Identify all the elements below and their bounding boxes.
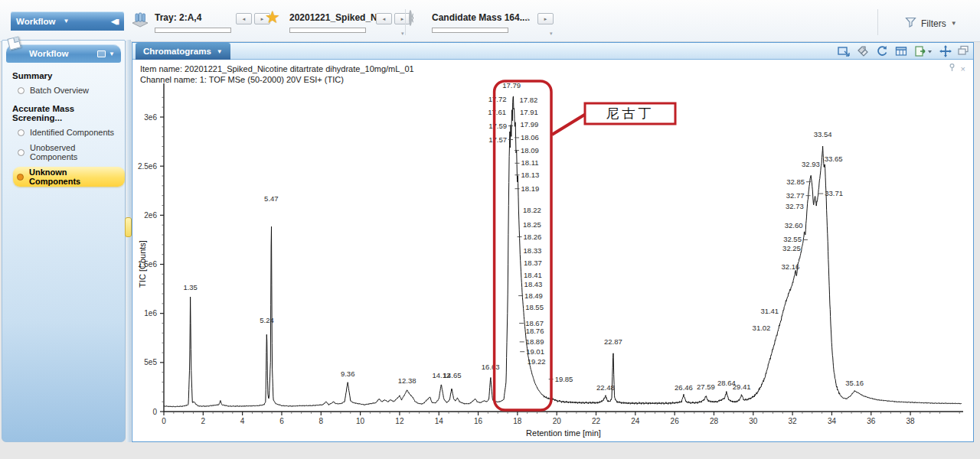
- table-icon[interactable]: [895, 45, 907, 57]
- svg-text:32: 32: [789, 417, 798, 425]
- peak-label: 14.65: [443, 371, 462, 379]
- peak-label: 32.25: [782, 244, 801, 252]
- export-icon[interactable]: [914, 45, 933, 57]
- chromatogram-info: Item name: 20201221_Spiked_Nicotine dita…: [140, 63, 414, 85]
- peak-label: 32.73: [786, 202, 804, 210]
- tab-tray-prev-button[interactable]: ◄: [236, 13, 252, 24]
- tab-candidate-prev-button[interactable]: ◄: [519, 13, 535, 24]
- workflow-panel-titlebar[interactable]: Workflow ▼ ◀▮: [11, 11, 124, 31]
- tags-icon[interactable]: [857, 45, 869, 57]
- tab-spiked-prev-button[interactable]: ◄: [376, 13, 392, 24]
- peak-label: 9.36: [341, 369, 355, 378]
- svg-text:10: 10: [356, 417, 365, 425]
- chart-toolbar: [838, 45, 952, 57]
- annotation-label-text: 尼古丁: [606, 106, 655, 121]
- undo-icon[interactable]: [876, 45, 888, 57]
- tab-candidate-mass[interactable]: Candidate Mass 164.... ◄ ► ▾: [407, 8, 560, 40]
- peak-label: 33.54: [814, 130, 832, 138]
- sidebar-section-summary: Summary: [12, 71, 125, 80]
- filters-divider: [877, 9, 878, 35]
- sidebar-splitter[interactable]: [126, 40, 131, 442]
- close-icon[interactable]: ×: [961, 64, 965, 73]
- peak-label: 12.38: [398, 376, 416, 385]
- panel-mini-controls: ×: [949, 63, 965, 73]
- pin-icon[interactable]: [949, 63, 956, 73]
- chevron-down-icon[interactable]: ▼: [64, 18, 70, 24]
- peak-label: 18.11: [521, 158, 538, 167]
- peak-label: 5.24: [260, 316, 274, 324]
- splitter-collapse-handle[interactable]: [125, 217, 132, 237]
- chevron-down-icon[interactable]: ▼: [109, 50, 115, 57]
- chevron-down-icon: ▼: [217, 48, 223, 55]
- peak-label: 18.33: [524, 246, 542, 255]
- workflow-page-icon: [7, 36, 21, 50]
- chevron-down-icon[interactable]: ▾: [550, 31, 553, 37]
- restore-window-icon[interactable]: [957, 45, 969, 56]
- radio-selected-icon: [17, 174, 24, 181]
- filters-button[interactable]: Filters ▼: [905, 17, 957, 30]
- peak-label: 22.48: [596, 383, 615, 392]
- sidebar-item-unobserved-components[interactable]: Unobserved Components: [16, 142, 125, 162]
- svg-text:38: 38: [906, 417, 916, 425]
- peak-label: 33.71: [825, 189, 843, 197]
- sidebar-item-unknown-components[interactable]: Unknown Components: [13, 167, 125, 187]
- peak-label: 17.91: [520, 108, 538, 116]
- svg-text:2: 2: [201, 417, 206, 425]
- peak-label: 32.16: [782, 262, 800, 271]
- svg-text:34: 34: [828, 417, 837, 425]
- peak-label: 17.72: [488, 95, 507, 103]
- svg-text:2.5e6: 2.5e6: [138, 162, 157, 171]
- peak-label: 5.47: [264, 194, 279, 203]
- tab-tray-progressbar: [155, 28, 231, 33]
- peak-label: 18.09: [521, 146, 539, 155]
- svg-text:1e6: 1e6: [144, 309, 157, 317]
- display-icon[interactable]: [97, 50, 106, 57]
- sidebar-item-batch-overview[interactable]: Batch Overview: [16, 85, 95, 96]
- svg-text:30: 30: [749, 417, 758, 425]
- pan-move-icon[interactable]: [939, 45, 952, 57]
- peak-label: 35.16: [845, 379, 864, 387]
- peak-label: 32.93: [802, 160, 820, 168]
- peak-label: 17.59: [488, 122, 507, 130]
- peak-label: 32.85: [786, 177, 805, 186]
- svg-text:2e6: 2e6: [144, 211, 157, 220]
- filters-label: Filters: [921, 18, 946, 29]
- tab-candidate-next-button[interactable]: ►: [537, 13, 554, 24]
- peak-label: 18.19: [521, 184, 539, 193]
- peak-label: 1.35: [183, 283, 198, 291]
- svg-text:28: 28: [710, 417, 719, 425]
- peak-label: 31.02: [753, 324, 771, 332]
- radio-icon: [18, 129, 24, 136]
- chromatogram-chart[interactable]: 05e51e61.5e62e62.5e63e602468101214161820…: [135, 60, 969, 441]
- chevron-down-icon[interactable]: ▾: [401, 31, 404, 37]
- peak-label: 32.77: [786, 191, 805, 200]
- peak-label: 32.55: [783, 235, 802, 243]
- peak-label: 17.99: [520, 120, 538, 129]
- svg-text:12: 12: [395, 417, 404, 425]
- peak-label: 27.59: [697, 382, 715, 391]
- sidebar-item-identified-components[interactable]: Identified Components: [16, 127, 120, 138]
- tab-spiked-nicotine[interactable]: ★ 20201221_Spiked_Ni... ◄ ► ▾: [265, 8, 404, 40]
- peak-label: 29.41: [733, 382, 751, 391]
- workflow-titlebar-label: Workflow: [16, 17, 56, 26]
- tab-spiked-label: 20201221_Spiked_Ni...: [289, 12, 387, 23]
- chromatograms-header: Chromatograms ▼: [132, 43, 973, 60]
- peak-label: 18.55: [525, 303, 544, 311]
- chromatograms-panel: Chromatograms ▼: [132, 42, 974, 442]
- tic-trace: [164, 96, 962, 407]
- tab-tray[interactable]: Tray: 2:A,4 ◄ ►: [130, 8, 272, 40]
- zoom-region-icon[interactable]: [838, 45, 850, 57]
- candidate-mass-icon: [409, 10, 412, 26]
- svg-text:18: 18: [513, 417, 522, 425]
- tab-spiked-progressbar: [289, 28, 366, 33]
- peak-label: 18.37: [524, 259, 542, 267]
- radio-icon: [18, 87, 24, 94]
- workflow-panel-header[interactable]: Workflow ▼: [6, 44, 121, 63]
- peak-label: 19.01: [526, 347, 544, 356]
- tray-icon: [130, 11, 150, 32]
- tab-tray-label: Tray: 2:A,4: [155, 12, 201, 23]
- collapse-panel-icon[interactable]: ◀▮: [111, 18, 119, 25]
- peak-label: 33.65: [825, 155, 843, 163]
- peak-label: 19.22: [528, 357, 546, 366]
- chromatograms-tab[interactable]: Chromatograms ▼: [136, 43, 230, 60]
